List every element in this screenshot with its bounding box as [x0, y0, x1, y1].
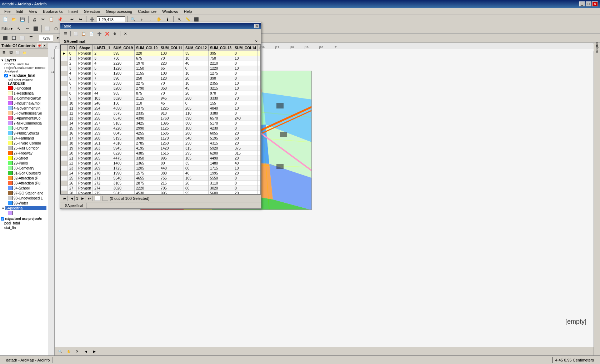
- table-copy-btn[interactable]: 📄: [88, 30, 95, 37]
- table-first-btn[interactable]: ⏮: [62, 196, 68, 201]
- toc-select-btn[interactable]: ⬜: [14, 50, 21, 56]
- map-pan-btn[interactable]: ✋: [65, 348, 72, 355]
- toc-list-btn[interactable]: ☰: [1, 50, 7, 56]
- menu-view[interactable]: View: [26, 9, 40, 14]
- table-row[interactable]: ► 0 Polygon 2 395 220 130 35 395 0: [61, 51, 261, 56]
- e-btn1[interactable]: ⬜: [44, 25, 51, 33]
- new-button[interactable]: 📄: [1, 16, 9, 24]
- toc-layer-street[interactable]: 28-Street: [1, 156, 47, 161]
- table-row[interactable]: 3 Polygon 5 1220 1150 65 0 1220 10: [61, 66, 261, 71]
- col-sum12[interactable]: SUM_COL12: [184, 45, 209, 51]
- table-options-btn[interactable]: ☰: [62, 30, 69, 37]
- r3-btn2[interactable]: 🔲: [10, 34, 18, 42]
- toc-sapeelfinal-item[interactable]: SApeelfinal: [5, 206, 46, 210]
- landuse-checkbox[interactable]: [4, 74, 8, 77]
- table-window-controls[interactable]: ✕: [254, 24, 259, 28]
- print-button[interactable]: 🖨: [30, 16, 38, 24]
- table-row[interactable]: 13 Polygon 256 6570 4390 1760 390 6570 2…: [61, 116, 261, 121]
- toc-layer-uncoded[interactable]: 0-Uncoded: [1, 86, 47, 91]
- toc-layer-townhouse[interactable]: 5-Townhouses/Se: [1, 111, 47, 116]
- table-select-btn[interactable]: 📋: [80, 30, 87, 37]
- toc-layer-industrial[interactable]: 3-Industrial/Empl: [1, 101, 47, 106]
- r3-btn4[interactable]: ☰: [27, 34, 35, 42]
- menu-insert[interactable]: Insert: [65, 9, 81, 14]
- table-add-btn[interactable]: ➕: [96, 30, 103, 37]
- toc-layer-go[interactable]: 97-GO Station and: [1, 191, 47, 196]
- table-row[interactable]: 11 Polygon 254 4850 3375 1225 205 4840 1…: [61, 106, 261, 111]
- table-row[interactable]: 19 Polygon 263 5945 4195 1420 315 5920 3…: [61, 146, 261, 151]
- scale-input[interactable]: [97, 16, 125, 23]
- menu-edit[interactable]: Edit: [14, 9, 26, 14]
- menu-selection[interactable]: Selection: [81, 9, 103, 14]
- reshape-tool[interactable]: ✏: [23, 25, 31, 33]
- table-last-btn[interactable]: ⏭: [87, 196, 92, 201]
- toc-layer-cemetery[interactable]: 30-Cemetary: [1, 166, 47, 171]
- col-sum13[interactable]: SUM_COL13: [209, 45, 233, 51]
- toc-close-button[interactable]: ✕: [42, 44, 46, 48]
- table-close-btn[interactable]: ✕: [254, 24, 259, 28]
- copy-button[interactable]: 📋: [48, 16, 55, 24]
- table-tab-sapeelfinal[interactable]: SApeelfinal: [62, 203, 86, 208]
- r3-btn3[interactable]: ⬜: [19, 34, 26, 42]
- table-row[interactable]: 24 Polygon 270 1990 1575 380 40 1995 20: [61, 171, 261, 176]
- project-checkbox[interactable]: [1, 217, 4, 221]
- col-sum9[interactable]: SUM_COL9: [112, 45, 134, 51]
- table-row[interactable]: 17 Polygon 260 5195 3690 1170 340 5195 6…: [61, 136, 261, 141]
- table-close-icon[interactable]: ✕: [122, 30, 129, 37]
- toc-sapeelfinal-group[interactable]: ▼ SApeelfinal: [1, 206, 47, 211]
- table-row[interactable]: 5 Polygon 7 390 250 120 20 390 0: [61, 76, 261, 81]
- edit-tool[interactable]: ↖: [15, 25, 22, 33]
- table-row[interactable]: 16 Polygon 259 6045 4255 1505 280 6055 2…: [61, 131, 261, 136]
- maximize-button[interactable]: □: [586, 1, 591, 6]
- table-row[interactable]: 8 Polygon 44 965 875 70 20 970 0: [61, 91, 261, 96]
- vertex-tool[interactable]: ⬛: [32, 25, 40, 33]
- col-fid[interactable]: FID: [68, 45, 76, 51]
- window-controls[interactable]: _ □ ✕: [579, 1, 598, 6]
- table-row[interactable]: 22 Polygon 267 1480 1365 80 35 1480 40: [61, 161, 261, 166]
- table-row[interactable]: 6 Polygon 8 2350 2275 70 10 2355 10: [61, 81, 261, 86]
- table-row[interactable]: 9 Polygon 103 3320 2115 945 260 3330 70: [61, 96, 261, 101]
- menu-bookmarks[interactable]: Bookmarks: [40, 9, 65, 14]
- toc-peel-total[interactable]: peel_total: [1, 221, 47, 226]
- zoom-percent-input[interactable]: [39, 35, 53, 41]
- save-button[interactable]: 💾: [19, 16, 26, 24]
- toc-layer-golf[interactable]: 31-Golf Course/d: [1, 171, 47, 176]
- table-grid-container[interactable]: FID Shape LABEL_1 SUM_COL9 SUM_COL10 SUM…: [60, 45, 261, 194]
- table-row[interactable]: 2 Polygon 4 2220 1970 220 40 2210 0: [61, 61, 261, 66]
- toc-layer-freeway[interactable]: 27-Freeway: [1, 151, 47, 156]
- toc-layer-parks[interactable]: 29-Parks: [1, 161, 47, 166]
- table-clear-btn[interactable]: 🗑: [111, 30, 119, 37]
- menu-customize[interactable]: Customize: [135, 9, 159, 14]
- sapeelfinal-expand-icon[interactable]: ▼: [1, 207, 5, 210]
- table-row[interactable]: 12 Polygon 255 3375 2335 910 110 3380 0: [61, 111, 261, 116]
- table-prev-btn[interactable]: ◀: [69, 196, 75, 201]
- toc-stat-fin[interactable]: stat_fin: [1, 226, 47, 230]
- toc-layer-public[interactable]: 9-Public/Structu: [1, 131, 47, 136]
- menu-geoprocessing[interactable]: Geoprocessing: [103, 9, 135, 14]
- map-back-btn[interactable]: ◀: [82, 348, 90, 355]
- toc-layer-govt[interactable]: 4-Government/In: [1, 106, 47, 111]
- toc-layer-commercial[interactable]: 2-Commercial/Sh: [1, 96, 47, 101]
- menu-windows[interactable]: Windows: [159, 9, 181, 14]
- table-row[interactable]: 7 Polygon 9 3200 2790 350 45 3215 10: [61, 86, 261, 91]
- close-button[interactable]: ✕: [592, 1, 598, 6]
- table-row[interactable]: 18 Polygon 261 4310 2785 1260 250 4315 2…: [61, 141, 261, 146]
- col-sum14[interactable]: SUM_COL14: [233, 45, 258, 51]
- toc-layer-water[interactable]: 99-Water: [1, 201, 47, 206]
- toc-layer-undeveloped[interactable]: 98-Undeveloped L: [1, 196, 47, 201]
- toc-layer-church[interactable]: 8-Church: [1, 126, 47, 131]
- toc-source-btn[interactable]: 📁: [21, 50, 28, 56]
- col-s[interactable]: S: [258, 45, 261, 51]
- layers-expand-icon[interactable]: ▼: [1, 59, 4, 62]
- toc-layer-hydro[interactable]: 25-Hydro Corrido: [1, 141, 47, 146]
- toc-pin-button[interactable]: 📌: [37, 44, 41, 48]
- menu-help[interactable]: Help: [181, 9, 195, 14]
- col-sum11[interactable]: SUM_COL11: [159, 45, 184, 51]
- table-delete-btn[interactable]: ❌: [104, 30, 111, 37]
- table-row[interactable]: 28 Polygon 275 5615 4530 995 95 5600 20: [61, 191, 261, 195]
- toc-project-group[interactable]: c:\gta land use project\c: [1, 217, 47, 221]
- table-row[interactable]: 25 Polygon 271 5540 4655 755 105 5550 0: [61, 176, 261, 181]
- toc-layer-residential[interactable]: 1-Residential: [1, 91, 47, 96]
- minimize-button[interactable]: _: [579, 1, 585, 6]
- toc-layer-school[interactable]: 34-School: [1, 186, 47, 191]
